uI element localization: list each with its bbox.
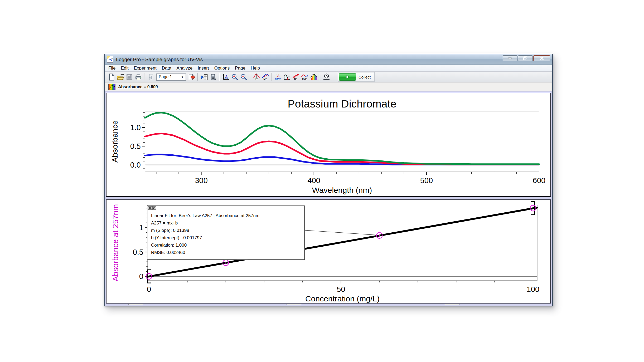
title-bar[interactable]: Logger Pro - Sample graphs for UV-Vis <box>105 54 552 65</box>
spectrum-legend-icon <box>108 84 115 90</box>
menu-item-page[interactable]: Page <box>232 65 248 71</box>
x-axis-title: Concentration (mg/L) <box>305 294 380 303</box>
toolbar: Page 1▼AX=M=½STATR=f(x)=Collect <box>105 72 552 82</box>
toolbar-separator <box>320 73 320 81</box>
fit-statistics-line: Correlation: 1.000 <box>151 242 259 249</box>
menu-item-experiment[interactable]: Experiment <box>131 65 159 71</box>
y-axis-title: Absorbance at 257nm <box>111 204 120 282</box>
collect-play-icon[interactable] <box>339 73 356 81</box>
fit-statistics-line: Linear Fit for: Beer's Law A257 | Absorb… <box>151 212 259 219</box>
toolbar-separator <box>250 73 250 81</box>
curve-fit-icon[interactable]: f(x)= <box>300 72 309 81</box>
tangent-icon[interactable]: M= <box>261 72 270 81</box>
menu-item-options[interactable]: Options <box>212 65 233 71</box>
fit-statistics-line: b (Y-Intercept): -0.001797 <box>151 234 259 242</box>
collect-label: Collect <box>359 75 371 79</box>
restore-button[interactable] <box>518 55 533 61</box>
linear-fit-icon[interactable]: R= <box>291 72 300 81</box>
examine-icon-label: X= <box>255 78 258 80</box>
x-tick-label: 50 <box>337 285 345 293</box>
save-icon[interactable] <box>125 72 134 81</box>
open-file-icon[interactable] <box>116 72 125 81</box>
window-grip <box>128 304 143 305</box>
linear-fit-icon-label: R= <box>294 78 297 80</box>
minimize-button[interactable] <box>503 55 517 61</box>
y-axis-title: Absorbance <box>110 120 119 163</box>
legend-bar: Absorbance = 0.609 <box>105 82 552 91</box>
window-grip <box>445 304 459 305</box>
chart-title: Potassium Dichromate <box>288 98 396 110</box>
menu-item-edit[interactable]: Edit <box>118 65 131 71</box>
toolbar-separator <box>197 73 198 81</box>
curve-fit-icon-label: f(x)= <box>302 78 307 80</box>
logger-pro-window: Logger Pro - Sample graphs for UV-Vis Fi… <box>104 54 553 306</box>
window-grip <box>287 304 301 305</box>
x-tick-label: 100 <box>527 285 539 293</box>
menu-item-analyze[interactable]: Analyze <box>174 65 195 71</box>
data-collection-icon[interactable] <box>322 72 331 81</box>
toolbar-separator <box>271 73 272 81</box>
absorbance-readout: Absorbance = 0.609 <box>118 85 158 89</box>
y-tick-label: 1 <box>139 223 143 232</box>
meter-icon[interactable] <box>209 72 217 81</box>
examine-icon[interactable]: X= <box>252 72 261 81</box>
x-tick-label: 400 <box>308 176 320 185</box>
fit-box-connector <box>305 230 381 235</box>
y-tick-label: 0.5 <box>133 248 143 256</box>
app-icon <box>107 56 113 63</box>
zoom-in-icon[interactable] <box>230 72 239 81</box>
fit-box-close-icon[interactable] <box>148 206 152 210</box>
page-back-icon[interactable] <box>146 72 155 81</box>
page-selector-value: Page 1 <box>157 75 181 79</box>
statistics-icon[interactable]: ½STAT <box>273 72 282 81</box>
high-concentration-spectrum-curve[interactable] <box>145 112 539 164</box>
y-tick-label: 1.0 <box>130 123 141 132</box>
fit-box-collapse-icon[interactable] <box>152 206 156 210</box>
fit-statistics-line: A257 = mx+b <box>151 219 259 227</box>
histogram-icon[interactable] <box>309 72 318 81</box>
x-axis-title: Wavelength (nm) <box>312 186 372 194</box>
fit-statistics-line: RMSE: 0.002460 <box>151 249 259 256</box>
window-title: Logger Pro - Sample graphs for UV-Vis <box>116 57 203 62</box>
menu-item-insert[interactable]: Insert <box>195 65 212 71</box>
statistics-icon-label: STAT <box>275 78 281 80</box>
toolbar-separator <box>219 73 220 81</box>
spectra-chart[interactable]: Potassium Dichromate0.00.51.030040050060… <box>106 93 551 197</box>
svg-text:A: A <box>224 74 228 79</box>
x-tick-label: 0 <box>147 285 151 293</box>
toolbar-separator <box>144 73 145 81</box>
spectra-plot: Potassium Dichromate0.00.51.030040050060… <box>106 93 550 196</box>
close-button[interactable] <box>533 55 550 61</box>
y-tick-label: 0.5 <box>130 142 141 150</box>
data-table-icon[interactable] <box>200 72 209 81</box>
menu-item-data[interactable]: Data <box>159 65 174 71</box>
x-tick-label: 300 <box>195 176 207 185</box>
print-icon[interactable] <box>134 72 143 81</box>
page-selector[interactable]: Page 1▼ <box>156 74 186 81</box>
chevron-down-icon[interactable]: ▼ <box>181 76 186 79</box>
menu-bar: FileEditExperimentDataAnalyzeInsertOptio… <box>105 65 552 72</box>
autoscale-icon[interactable]: A <box>221 72 230 81</box>
linear-fit-info-box[interactable]: Linear Fit for: Beer's Law A257 | Absorb… <box>147 206 305 260</box>
beers-law-chart[interactable]: 00.51050100Concentration (mg/L)Absorbanc… <box>106 199 551 304</box>
x-tick-label: 600 <box>533 176 545 185</box>
collect-button[interactable]: Collect <box>338 72 375 82</box>
svg-text:½: ½ <box>276 74 279 78</box>
new-file-icon[interactable] <box>107 72 116 81</box>
tangent-icon-label: M= <box>264 78 267 80</box>
x-tick-label: 500 <box>420 176 433 185</box>
zoom-out-icon[interactable] <box>239 72 248 81</box>
menu-item-help[interactable]: Help <box>248 65 263 71</box>
y-tick-label: 0 <box>139 272 143 281</box>
page-forward-icon[interactable] <box>187 72 196 81</box>
integral-icon[interactable] <box>282 72 291 81</box>
menu-item-file[interactable]: File <box>106 65 118 71</box>
client-area: Potassium Dichromate0.00.51.030040050060… <box>105 91 552 306</box>
fit-statistics-line: m (Slope): 0.01398 <box>151 227 259 234</box>
y-tick-label: 0.0 <box>130 161 141 169</box>
